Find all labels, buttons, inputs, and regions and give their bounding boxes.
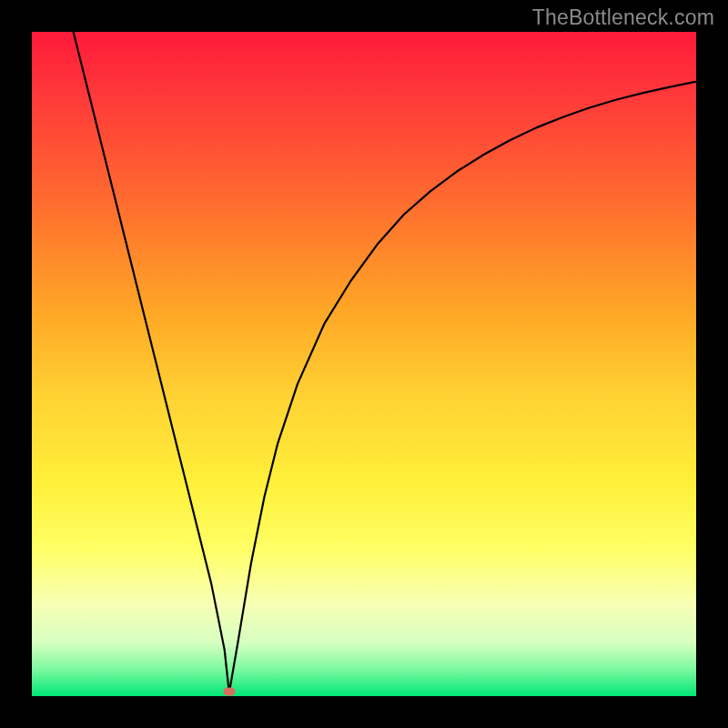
chart-frame: TheBottleneck.com: [0, 0, 728, 728]
bottleneck-curve: [32, 32, 696, 696]
minimum-marker: [223, 687, 235, 695]
plot-area: [32, 32, 696, 696]
watermark-text: TheBottleneck.com: [532, 5, 714, 30]
